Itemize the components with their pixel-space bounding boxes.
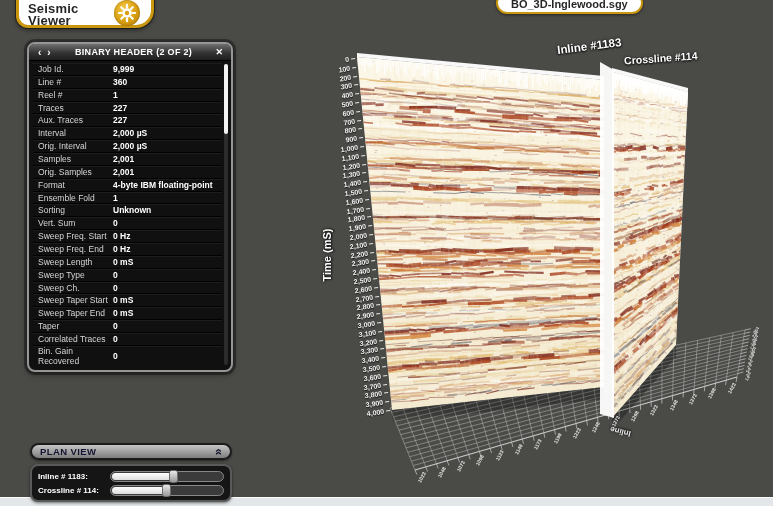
binary-header-scrollbar[interactable]	[224, 64, 228, 365]
binary-header-row: Sweep Length0 mS	[33, 256, 222, 269]
field-value: 0 Hz	[113, 231, 130, 241]
field-value: 2,000 µS	[113, 141, 147, 151]
field-value: 0 mS	[113, 308, 133, 318]
binary-header-row: Sweep Freq. End0 Hz	[33, 243, 222, 256]
field-value: 0	[113, 218, 118, 228]
field-value: 9,999	[113, 64, 134, 74]
field-value: 4-byte IBM floating-point	[113, 180, 213, 190]
field-label: Orig. Interval	[38, 141, 113, 151]
field-label: Line #	[38, 77, 113, 87]
binary-header-row: Sweep Type0	[33, 269, 222, 282]
field-label: Job Id.	[38, 64, 113, 74]
app-logo-tab: Seismic Viewer	[16, 0, 154, 28]
binary-header-row: Sweep Freq. Start0 Hz	[33, 230, 222, 243]
binary-header-row: Sweep Taper End0 mS	[33, 307, 222, 320]
field-label: Bin. Gain Recovered	[38, 346, 113, 366]
binary-header-title: BINARY HEADER (2 OF 2)	[54, 47, 214, 57]
field-value: 2,001	[113, 167, 134, 177]
field-value: 0	[113, 283, 118, 293]
next-header-button[interactable]: ›	[44, 45, 53, 60]
field-value: 0 Hz	[113, 244, 130, 254]
binary-header-panel: ‹ › BINARY HEADER (2 OF 2) ✕ Job Id.9,99…	[27, 42, 233, 372]
plan-view-title: PLAN VIEW	[40, 446, 215, 457]
field-label: Orig. Samples	[38, 167, 113, 177]
logo-line2: Viewer	[28, 13, 71, 28]
binary-header-row: SortingUnknown	[33, 204, 222, 217]
field-label: Ensemble Fold	[38, 193, 113, 203]
close-icon[interactable]: ✕	[213, 47, 225, 57]
field-value: 0	[113, 351, 118, 361]
crossline-slider[interactable]	[110, 485, 224, 496]
loaded-file-badge: BO_3D-Inglewood.sgy	[496, 0, 643, 14]
app-logo-text: Seismic Viewer	[28, 3, 79, 27]
binary-header-row: Job Id.9,999	[33, 63, 222, 76]
field-value: 1	[113, 90, 118, 100]
field-label: Sorting	[38, 205, 113, 215]
field-label: Reel #	[38, 90, 113, 100]
field-label: Sweep Taper Start	[38, 295, 113, 305]
binary-header-row: Samples2,001	[33, 153, 222, 166]
field-label: Format	[38, 180, 113, 190]
binary-header-row: Line #360	[33, 76, 222, 89]
field-label: Sweep Freq. End	[38, 244, 113, 254]
field-label: Sweep Taper End	[38, 308, 113, 318]
gear-icon	[114, 0, 140, 26]
field-value: 2,000 µS	[113, 128, 147, 138]
binary-header-row: Taper0	[33, 320, 222, 333]
binary-header-row: Correlated Traces0	[33, 333, 222, 346]
inline-slider[interactable]	[110, 471, 224, 482]
slider-fill	[112, 473, 173, 480]
binary-header-row: Reel #1	[33, 89, 222, 102]
binary-header-row: Sweep Ch.0	[33, 282, 222, 295]
plan-view-header[interactable]: PLAN VIEW »	[30, 443, 232, 460]
field-value: Unknown	[113, 205, 151, 215]
binary-header-row: Bin. Gain Recovered0	[33, 346, 222, 366]
slider-thumb[interactable]	[162, 484, 171, 497]
scrollbar-thumb[interactable]	[224, 64, 228, 134]
field-value: 0	[113, 334, 118, 344]
seismic-viewer-app: Inline #1183 Crossline #114 Time (mS) In…	[0, 0, 773, 506]
binary-header-rows: Job Id.9,999Line #360Reel #1Traces227Aux…	[33, 63, 222, 366]
binary-header-row: Vert. Sum0	[33, 217, 222, 230]
binary-header-titlebar[interactable]: ‹ › BINARY HEADER (2 OF 2) ✕	[29, 44, 231, 61]
slider-thumb[interactable]	[169, 470, 178, 483]
binary-header-row: Orig. Interval2,000 µS	[33, 140, 222, 153]
slider-label: Inline # 1183:	[38, 472, 110, 481]
prev-header-button[interactable]: ‹	[35, 45, 44, 60]
field-value: 0 mS	[113, 257, 133, 267]
binary-header-row: Interval2,000 µS	[33, 127, 222, 140]
slice-slider-panel: Inline # 1183:Crossline # 114:	[30, 464, 232, 502]
binary-header-row: Traces227	[33, 102, 222, 115]
field-value: 2,001	[113, 154, 134, 164]
field-label: Vert. Sum	[38, 218, 113, 228]
field-label: Interval	[38, 128, 113, 138]
field-label: Correlated Traces	[38, 334, 113, 344]
field-value: 1	[113, 193, 118, 203]
field-label: Aux. Traces	[38, 115, 113, 125]
field-value: 227	[113, 103, 127, 113]
field-label: Sweep Type	[38, 270, 113, 280]
field-value: 360	[113, 77, 127, 87]
slider-label: Crossline # 114:	[38, 486, 110, 495]
slider-row: Inline # 1183:	[38, 469, 224, 483]
binary-header-row: Orig. Samples2,001	[33, 166, 222, 179]
slider-row: Crossline # 114:	[38, 483, 224, 497]
field-label: Samples	[38, 154, 113, 164]
field-label: Sweep Freq. Start	[38, 231, 113, 241]
field-value: 0 mS	[113, 295, 133, 305]
binary-header-row: Ensemble Fold1	[33, 192, 222, 205]
field-label: Traces	[38, 103, 113, 113]
field-label: Sweep Ch.	[38, 283, 113, 293]
slider-fill	[112, 487, 166, 494]
binary-header-row: Aux. Traces227	[33, 114, 222, 127]
field-value: 227	[113, 115, 127, 125]
field-label: Taper	[38, 321, 113, 331]
binary-header-row: Format4-byte IBM floating-point	[33, 179, 222, 192]
chevron-up-double-icon[interactable]: »	[214, 448, 224, 455]
field-value: 0	[113, 270, 118, 280]
field-value: 0	[113, 321, 118, 331]
loaded-file-name: BO_3D-Inglewood.sgy	[511, 0, 628, 10]
binary-header-row: Sweep Taper Start0 mS	[33, 294, 222, 307]
field-label: Sweep Length	[38, 257, 113, 267]
